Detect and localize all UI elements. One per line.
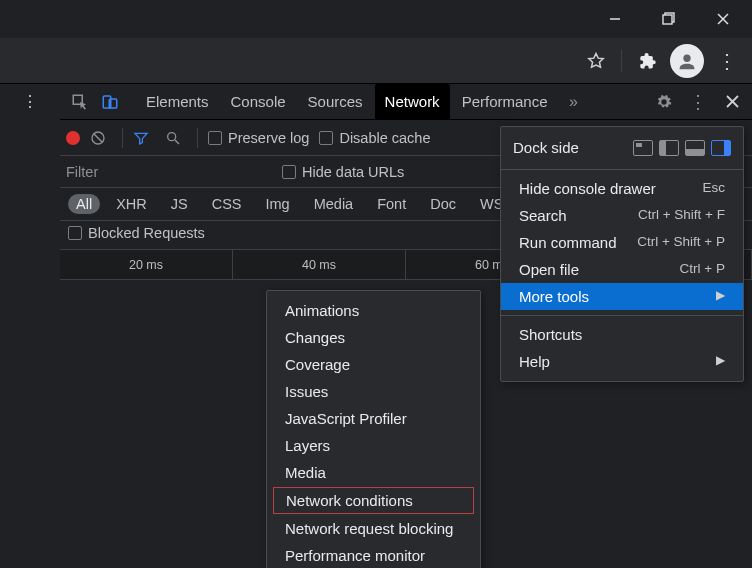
submenu-changes[interactable]: Changes <box>267 324 480 351</box>
dock-right-icon[interactable] <box>711 140 731 156</box>
type-media[interactable]: Media <box>306 194 362 214</box>
menu-run-command[interactable]: Run command Ctrl + Shift + P <box>501 229 743 256</box>
menu-open-file[interactable]: Open file Ctrl + P <box>501 256 743 283</box>
checkbox-icon <box>319 131 333 145</box>
menu-more-tools[interactable]: More tools ▶ <box>501 283 743 310</box>
devtools-tabstrip: Elements Console Sources Network Perform… <box>60 84 752 120</box>
window-minimize[interactable] <box>592 3 638 35</box>
search-icon[interactable] <box>165 130 187 146</box>
window-maximize[interactable] <box>646 3 692 35</box>
preserve-log-label: Preserve log <box>228 130 309 146</box>
submenu-layers[interactable]: Layers <box>267 432 480 459</box>
type-doc[interactable]: Doc <box>422 194 464 214</box>
tab-network[interactable]: Network <box>375 84 450 120</box>
separator <box>197 128 198 148</box>
svg-rect-2 <box>663 15 672 24</box>
extensions-icon[interactable] <box>630 44 664 78</box>
disable-cache-checkbox[interactable]: Disable cache <box>319 130 430 146</box>
chevron-right-icon: ▶ <box>716 353 725 370</box>
window-close[interactable] <box>700 3 746 35</box>
filter-input[interactable]: Filter <box>66 164 266 180</box>
menu-help[interactable]: Help ▶ <box>501 348 743 375</box>
browser-toolbar: ⋮ <box>0 38 752 84</box>
dock-left-icon[interactable] <box>659 140 679 156</box>
devtools-kebab-menu: Dock side Hide console drawer Esc Search… <box>500 126 744 382</box>
submenu-network-conditions[interactable]: Network conditions <box>273 487 474 514</box>
tabs-overflow-icon[interactable]: » <box>560 88 588 116</box>
menu-separator <box>501 169 743 170</box>
submenu-performance-monitor[interactable]: Performance monitor <box>267 542 480 568</box>
hide-data-urls-checkbox[interactable]: Hide data URLs <box>282 164 404 180</box>
clear-icon[interactable] <box>90 130 112 146</box>
type-css[interactable]: CSS <box>204 194 250 214</box>
hide-data-urls-label: Hide data URLs <box>302 164 404 180</box>
bookmark-star-icon[interactable] <box>579 44 613 78</box>
tab-performance[interactable]: Performance <box>452 84 558 120</box>
submenu-network-request-blocking[interactable]: Network request blocking <box>267 515 480 542</box>
type-all[interactable]: All <box>68 194 100 214</box>
window-titlebar <box>0 0 752 38</box>
disable-cache-label: Disable cache <box>339 130 430 146</box>
device-toggle-icon[interactable] <box>96 88 124 116</box>
svg-point-5 <box>683 54 690 61</box>
submenu-issues[interactable]: Issues <box>267 378 480 405</box>
submenu-media[interactable]: Media <box>267 459 480 486</box>
checkbox-icon <box>282 165 296 179</box>
type-font[interactable]: Font <box>369 194 414 214</box>
devtools-gutter: ⋮ <box>0 84 60 111</box>
menu-shortcuts[interactable]: Shortcuts <box>501 321 743 348</box>
svg-line-12 <box>94 134 102 142</box>
settings-gear-icon[interactable] <box>650 88 678 116</box>
svg-point-13 <box>168 132 176 140</box>
submenu-animations[interactable]: Animations <box>267 297 480 324</box>
menu-separator <box>501 315 743 316</box>
tab-console[interactable]: Console <box>221 84 296 120</box>
svg-line-14 <box>175 140 179 144</box>
devtools-kebab-icon[interactable]: ⋮ <box>684 88 712 116</box>
separator <box>122 128 123 148</box>
separator <box>621 50 622 72</box>
devtools-close-icon[interactable] <box>718 88 746 116</box>
dock-options <box>633 140 731 156</box>
type-img[interactable]: Img <box>258 194 298 214</box>
timeline-tick: 40 ms <box>233 250 406 279</box>
browser-menu-icon[interactable]: ⋮ <box>710 44 744 78</box>
submenu-js-profiler[interactable]: JavaScript Profiler <box>267 405 480 432</box>
filter-funnel-icon[interactable] <box>133 130 155 146</box>
more-tools-submenu: Animations Changes Coverage Issues JavaS… <box>266 290 481 568</box>
account-avatar-icon[interactable] <box>670 44 704 78</box>
dock-side-label: Dock side <box>513 139 579 156</box>
preserve-log-checkbox[interactable]: Preserve log <box>208 130 309 146</box>
chevron-right-icon: ▶ <box>716 288 725 305</box>
checkbox-icon <box>68 226 82 240</box>
record-icon[interactable] <box>66 131 80 145</box>
main-kebab-icon[interactable]: ⋮ <box>22 92 38 111</box>
timeline-tick: 20 ms <box>60 250 233 279</box>
type-xhr[interactable]: XHR <box>108 194 155 214</box>
type-js[interactable]: JS <box>163 194 196 214</box>
submenu-coverage[interactable]: Coverage <box>267 351 480 378</box>
inspect-element-icon[interactable] <box>66 88 94 116</box>
blocked-requests-label: Blocked Requests <box>88 225 205 241</box>
menu-search[interactable]: Search Ctrl + Shift + F <box>501 202 743 229</box>
tab-sources[interactable]: Sources <box>298 84 373 120</box>
tab-elements[interactable]: Elements <box>136 84 219 120</box>
checkbox-icon <box>208 131 222 145</box>
dock-bottom-icon[interactable] <box>685 140 705 156</box>
menu-hide-drawer[interactable]: Hide console drawer Esc <box>501 175 743 202</box>
dock-undock-icon[interactable] <box>633 140 653 156</box>
